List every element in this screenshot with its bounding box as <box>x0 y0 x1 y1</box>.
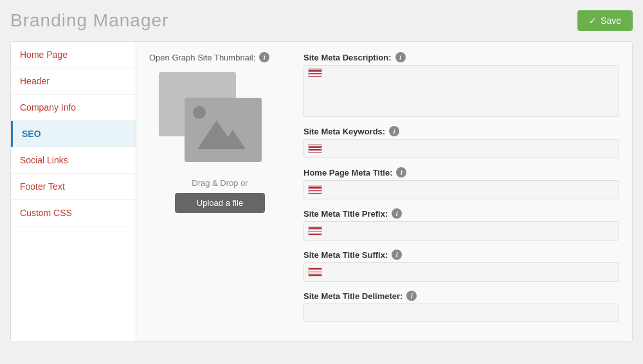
site-meta-title-suffix-input-row <box>303 262 619 282</box>
home-page-meta-title-input-row <box>303 180 619 199</box>
sidebar-item-header[interactable]: Header <box>11 68 136 95</box>
site-meta-description-info-icon[interactable]: i <box>395 52 406 62</box>
sidebar: Home Page Header Company Info SEO Social… <box>11 42 136 341</box>
field-group-home-page-meta-title: Home Page Meta Title: i <box>303 167 619 199</box>
field-group-site-meta-keywords: Site Meta Keywords: i <box>303 126 619 158</box>
home-page-meta-title-info-icon[interactable]: i <box>396 167 406 177</box>
content-panel: Open Graph Site Thumbnail: i <box>136 42 632 341</box>
field-group-site-meta-title-suffix: Site Meta Title Suffix: i <box>303 250 619 282</box>
field-label-site-meta-description: Site Meta Description: i <box>303 52 619 62</box>
main-content: Home Page Header Company Info SEO Social… <box>10 41 633 342</box>
sidebar-item-company-info[interactable]: Company Info <box>11 95 136 121</box>
checkmark-icon: ✓ <box>589 15 597 26</box>
site-meta-keywords-input-row <box>303 139 619 158</box>
site-meta-description-input[interactable] <box>304 82 619 114</box>
save-button[interactable]: ✓ Save <box>577 10 633 31</box>
site-meta-keywords-input[interactable] <box>325 144 615 154</box>
field-label-site-meta-title-suffix: Site Meta Title Suffix: i <box>303 250 619 260</box>
site-meta-description-textarea-wrapper <box>303 65 619 117</box>
svg-point-4 <box>193 106 206 119</box>
flag-row-description <box>304 66 619 82</box>
thumbnail-label: Open Graph Site Thumbnail: i <box>149 52 291 62</box>
thumbnail-svg <box>156 69 271 172</box>
thumbnail-dropzone[interactable] <box>156 69 271 172</box>
site-meta-title-delimeter-info-icon[interactable]: i <box>406 291 417 301</box>
flag-us-home-meta-title[interactable] <box>308 185 322 194</box>
site-meta-title-delimeter-input[interactable] <box>303 304 619 322</box>
flag-us-description[interactable] <box>308 68 322 77</box>
flag-us-title-prefix[interactable] <box>308 226 322 235</box>
fields-section: Site Meta Description: i Site Meta Keywo… <box>303 52 619 331</box>
thumbnail-section: Open Graph Site Thumbnail: i <box>149 52 291 331</box>
drag-drop-text: Drag & Drop or <box>149 178 291 188</box>
site-meta-title-prefix-input-row <box>303 221 619 241</box>
thumbnail-info-icon[interactable]: i <box>259 52 269 62</box>
sidebar-item-social-links[interactable]: Social Links <box>11 147 136 174</box>
flag-us-keywords[interactable] <box>308 144 322 153</box>
site-meta-title-suffix-info-icon[interactable]: i <box>392 250 402 260</box>
site-meta-title-prefix-info-icon[interactable]: i <box>392 208 402 219</box>
field-group-site-meta-title-prefix: Site Meta Title Prefix: i <box>303 208 619 241</box>
upload-button[interactable]: Upload a file <box>175 193 265 213</box>
sidebar-item-home-page[interactable]: Home Page <box>11 42 136 68</box>
field-label-site-meta-title-prefix: Site Meta Title Prefix: i <box>303 208 619 219</box>
site-meta-title-prefix-input[interactable] <box>325 226 615 236</box>
sidebar-item-custom-css[interactable]: Custom CSS <box>11 200 136 226</box>
page-title: Branding Manager <box>10 10 168 31</box>
field-group-site-meta-title-delimeter: Site Meta Title Delimeter: i <box>303 291 619 322</box>
page-header: Branding Manager ✓ Save <box>10 10 633 31</box>
field-label-home-page-meta-title: Home Page Meta Title: i <box>303 167 619 177</box>
field-label-site-meta-keywords: Site Meta Keywords: i <box>303 126 619 136</box>
site-meta-title-suffix-input[interactable] <box>325 268 615 277</box>
home-page-meta-title-input[interactable] <box>325 185 615 195</box>
field-label-site-meta-title-delimeter: Site Meta Title Delimeter: i <box>303 291 619 301</box>
sidebar-item-footer-text[interactable]: Footer Text <box>11 174 136 200</box>
sidebar-item-seo[interactable]: SEO <box>11 121 136 147</box>
field-group-site-meta-description: Site Meta Description: i <box>303 52 619 117</box>
flag-us-title-suffix[interactable] <box>308 268 322 277</box>
page-wrapper: Branding Manager ✓ Save Home Page Header… <box>0 0 643 364</box>
site-meta-keywords-info-icon[interactable]: i <box>389 126 399 136</box>
